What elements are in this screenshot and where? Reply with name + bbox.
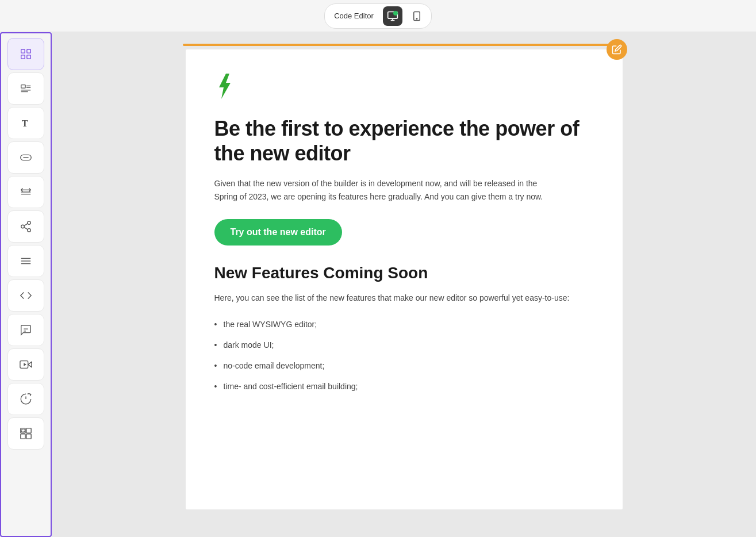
sidebar-item-share[interactable] — [7, 210, 44, 243]
cta-button[interactable]: Try out the new editor — [214, 219, 342, 246]
email-canvas: Be the first to experience the power of … — [186, 49, 623, 509]
sidebar-item-image-text[interactable] — [7, 72, 44, 105]
svg-text:T: T — [22, 118, 28, 129]
green-dot — [393, 11, 398, 16]
canvas-edit-button[interactable] — [607, 39, 627, 60]
feature-list-item: time- and cost-efficient email building; — [214, 376, 594, 397]
sidebar-item-image-grid[interactable] — [7, 417, 44, 450]
top-bar: Code Editor — [0, 0, 756, 32]
svg-rect-6 — [27, 49, 30, 53]
svg-point-20 — [28, 221, 31, 225]
sidebar-item-timer[interactable] — [7, 383, 44, 415]
feature-list-item: dark mode UI; — [214, 335, 594, 355]
brand-logo — [214, 72, 594, 102]
section-heading: New Features Coming Soon — [214, 264, 594, 282]
section-intro: Here, you can see the list of the new fe… — [214, 291, 594, 304]
sidebar-item-feedback[interactable] — [7, 314, 44, 346]
svg-point-21 — [21, 225, 25, 228]
svg-rect-35 — [21, 434, 25, 439]
sidebar: T — [0, 32, 52, 537]
sidebar-item-button[interactable] — [7, 141, 44, 174]
svg-marker-32 — [24, 363, 26, 366]
svg-rect-34 — [26, 428, 31, 433]
svg-rect-5 — [21, 49, 25, 53]
sidebar-item-grid[interactable] — [7, 38, 44, 70]
main-area: Be the first to experience the power of … — [52, 32, 756, 537]
sidebar-item-video[interactable] — [7, 348, 44, 381]
svg-rect-8 — [27, 55, 30, 59]
feature-list-item: no-code email development; — [214, 355, 594, 376]
svg-line-24 — [24, 224, 28, 226]
sidebar-item-divider[interactable] — [7, 176, 44, 208]
canvas-wrapper: Be the first to experience the power of … — [186, 44, 623, 526]
email-headline: Be the first to experience the power of … — [214, 116, 594, 166]
svg-rect-9 — [21, 85, 25, 89]
mobile-view-button[interactable] — [407, 6, 427, 26]
svg-rect-37 — [22, 429, 25, 432]
sidebar-item-menu[interactable] — [7, 245, 44, 277]
svg-marker-30 — [28, 362, 32, 367]
feature-list-item: the real WYSIWYG editor; — [214, 314, 594, 335]
sidebar-item-text[interactable]: T — [7, 107, 44, 139]
code-editor-label: Code Editor — [329, 11, 378, 20]
canvas-top-bar — [183, 44, 625, 46]
desktop-view-button[interactable] — [383, 6, 402, 26]
svg-rect-36 — [26, 434, 31, 439]
feature-list: the real WYSIWYG editor;dark mode UI;no-… — [214, 314, 594, 397]
svg-rect-7 — [21, 55, 25, 59]
view-switcher: Code Editor — [324, 3, 432, 29]
svg-point-4 — [416, 18, 417, 19]
svg-point-22 — [28, 229, 31, 232]
email-body-text: Given that the new version of the builde… — [214, 177, 559, 203]
sidebar-item-code[interactable] — [7, 279, 44, 312]
svg-line-23 — [24, 227, 28, 229]
